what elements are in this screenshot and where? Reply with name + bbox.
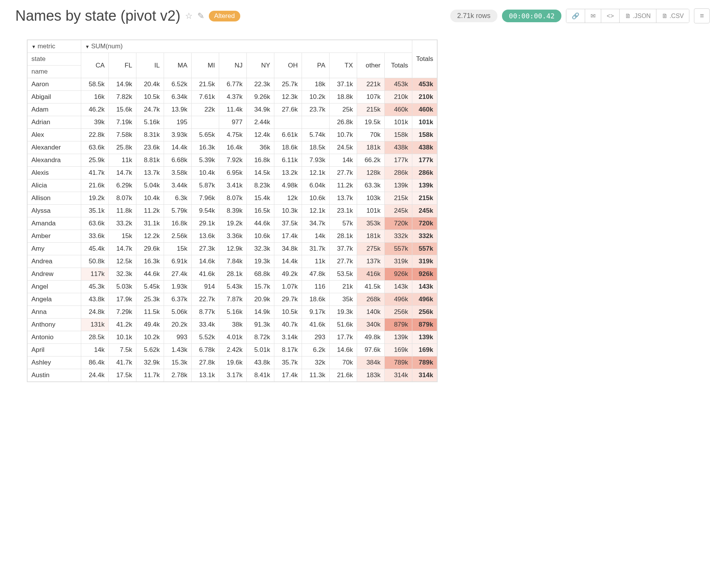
value-cell[interactable]: 24.8k [81,306,109,319]
value-cell[interactable]: 37.1k [330,78,357,91]
value-cell[interactable]: 6.77k [219,78,247,91]
value-cell[interactable]: 7.93k [302,154,330,167]
value-cell[interactable]: 286k [385,167,412,179]
col-header[interactable]: PA [302,53,330,78]
value-cell[interactable]: 16.3k [136,255,164,268]
value-cell[interactable]: 19.2k [219,217,247,230]
name-cell[interactable]: April [28,344,81,356]
value-cell[interactable]: 17.9k [109,293,136,306]
value-cell[interactable]: 4.98k [274,179,302,192]
value-cell[interactable]: 5.65k [192,129,219,141]
value-cell[interactable]: 41.7k [109,356,136,369]
value-cell[interactable]: 35k [330,293,357,306]
value-cell[interactable]: 12k [274,192,302,205]
value-cell[interactable]: 34.7k [302,217,330,230]
value-cell[interactable]: 4.37k [219,91,247,103]
value-cell[interactable]: 19.3k [247,255,274,268]
value-cell[interactable]: 13.1k [192,369,219,382]
value-cell[interactable]: 8.77k [192,306,219,319]
value-cell[interactable]: 107k [357,91,385,103]
value-cell[interactable]: 8.39k [219,205,247,217]
value-cell[interactable]: 3.36k [219,230,247,243]
name-cell[interactable]: Alyssa [28,205,81,217]
value-cell[interactable]: 18.8k [330,91,357,103]
name-cell[interactable]: Alicia [28,179,81,192]
value-cell[interactable]: 3.93k [164,129,192,141]
value-cell[interactable]: 22k [192,103,219,116]
metric-header[interactable]: ▼metric [28,40,81,53]
value-cell[interactable]: 45.4k [81,243,109,255]
value-cell[interactable]: 7.61k [192,91,219,103]
value-cell[interactable]: 10.6k [302,192,330,205]
value-cell[interactable]: 293 [302,331,330,344]
value-cell[interactable]: 91.3k [247,319,274,331]
value-cell[interactable]: 438k [385,141,412,154]
value-cell[interactable]: 7.96k [192,192,219,205]
value-cell[interactable]: 20.2k [164,319,192,331]
value-cell[interactable]: 6.04k [302,179,330,192]
value-cell[interactable]: 914 [192,281,219,293]
value-cell[interactable]: 13.9k [164,103,192,116]
value-cell[interactable]: 14.6k [192,255,219,268]
value-cell[interactable] [302,116,330,129]
value-cell[interactable]: 9.54k [192,205,219,217]
export-json-button[interactable]: 🗎 .JSON [620,9,656,23]
value-cell[interactable]: 210k [385,91,412,103]
value-cell[interactable]: 29.7k [274,293,302,306]
col-header[interactable]: CA [81,53,109,78]
value-cell[interactable]: 7.92k [219,154,247,167]
value-cell[interactable]: 977 [219,116,247,129]
star-icon[interactable]: ☆ [185,11,193,21]
col-header[interactable]: Totals [385,53,412,78]
row-total-cell[interactable]: 101k [412,116,437,129]
value-cell[interactable]: 25.9k [81,154,109,167]
value-cell[interactable]: 14.7k [109,167,136,179]
value-cell[interactable]: 47.8k [302,268,330,281]
value-cell[interactable]: 177k [385,154,412,167]
name-cell[interactable]: Anna [28,306,81,319]
value-cell[interactable]: 45.3k [81,281,109,293]
value-cell[interactable]: 8.72k [247,331,274,344]
value-cell[interactable]: 7.58k [109,129,136,141]
value-cell[interactable]: 12.9k [219,243,247,255]
value-cell[interactable]: 10.3k [274,205,302,217]
value-cell[interactable]: 21k [330,281,357,293]
value-cell[interactable]: 10.2k [136,331,164,344]
row-total-cell[interactable]: 453k [412,78,437,91]
value-cell[interactable]: 32.3k [109,268,136,281]
value-cell[interactable]: 23.6k [136,141,164,154]
value-cell[interactable]: 926k [385,268,412,281]
value-cell[interactable]: 26.8k [330,116,357,129]
row-total-cell[interactable]: 143k [412,281,437,293]
value-cell[interactable]: 8.81k [136,154,164,167]
value-cell[interactable]: 7.29k [109,306,136,319]
name-cell[interactable]: Ashley [28,356,81,369]
value-cell[interactable]: 19.5k [357,116,385,129]
value-cell[interactable]: 101k [357,205,385,217]
value-cell[interactable]: 879k [385,319,412,331]
value-cell[interactable]: 70k [357,129,385,141]
value-cell[interactable]: 18.6k [302,293,330,306]
value-cell[interactable]: 63.3k [357,179,385,192]
value-cell[interactable]: 340k [357,319,385,331]
name-cell[interactable]: Andrea [28,255,81,268]
value-cell[interactable]: 139k [385,179,412,192]
email-button[interactable]: ✉ [585,9,601,23]
value-cell[interactable]: 27.6k [274,103,302,116]
value-cell[interactable]: 9.17k [302,306,330,319]
value-cell[interactable]: 5.87k [192,179,219,192]
value-cell[interactable]: 183k [357,369,385,382]
value-cell[interactable]: 137k [357,255,385,268]
value-cell[interactable]: 63.6k [81,217,109,230]
value-cell[interactable]: 20.4k [136,78,164,91]
row-total-cell[interactable]: 245k [412,205,437,217]
value-cell[interactable]: 22.8k [81,129,109,141]
value-cell[interactable]: 6.2k [302,344,330,356]
value-cell[interactable]: 5.45k [136,281,164,293]
value-cell[interactable]: 117k [81,268,109,281]
value-cell[interactable]: 6.37k [164,293,192,306]
value-cell[interactable]: 41.6k [192,268,219,281]
row-total-cell[interactable]: 720k [412,217,437,230]
value-cell[interactable]: 13.2k [274,167,302,179]
name-cell[interactable]: Antonio [28,331,81,344]
